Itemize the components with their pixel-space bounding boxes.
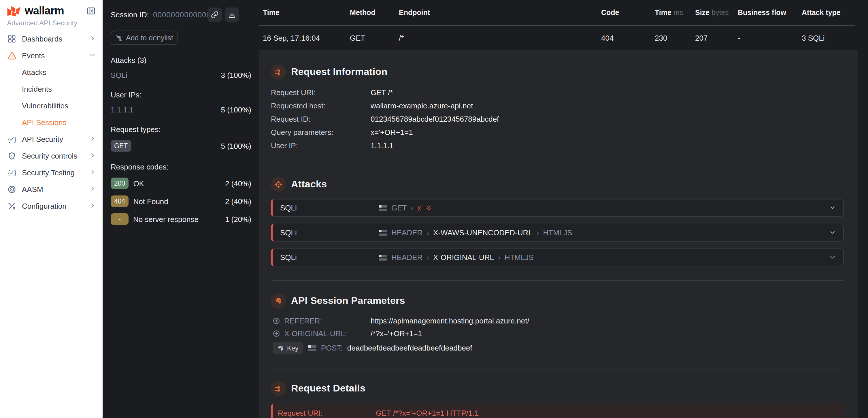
copy-link-button[interactable] [208,7,222,22]
info-row: Requested host: wallarm-example.azure-ap… [271,101,844,110]
session-parameter-row: REFERER: https://apimanagement.hosting.p… [271,317,844,325]
sidebar-item-security-controls[interactable]: Security controls [0,148,102,164]
download-button[interactable] [225,7,239,22]
api-session-parameters-section-header: API Session Parameters [271,294,844,308]
sidebar-nav: Dashboards Events Attacks Incidents Vuln… [0,31,102,214]
chevron-right-icon [89,168,96,177]
attack-row[interactable]: SQLi GET › x [271,199,844,217]
request-type-stat-row: GET 5 (100%) [111,140,251,152]
attack-row[interactable]: SQLi HEADER › X-WAWS-UNENCODED-URL › HTM… [271,224,844,242]
session-parameter-row: X-ORIGINAL-URL: /*?x='+OR+1=1 [271,329,844,338]
malicious-request-row: Request URI: GET /*?x='+OR+1=1 HTTP/1.1 [271,404,844,418]
attack-row[interactable]: SQLi HEADER › X-ORIGINAL-URL › HTMLJS [271,248,844,266]
attacks-section-header: Attacks [271,177,844,192]
section-divider [271,164,844,164]
wallarm-logo-icon [7,5,22,17]
double-chevron-down-icon [425,204,432,211]
sidebar-item-api-security[interactable]: {✓} API Security [0,131,102,148]
chevron-right-icon [89,135,96,144]
expand-chevron-icon[interactable] [829,228,836,237]
logo-subtitle: Advanced API Security [7,19,96,27]
session-key-row: Key POST: deadbeefdeadbeefdeadbeefdeadbe… [271,342,844,354]
response-codes-header: Response codes: [111,162,251,171]
sidebar: wallarm Advanced API Security Dashboards… [0,0,102,418]
collapse-sidebar-icon[interactable] [87,6,96,16]
key-badge: Key [273,342,303,354]
requests-table-header: Time Method Endpoint Code Time ms Size b… [259,0,868,25]
request-details-section-header: Request Details [271,381,844,396]
chevron-right-icon [89,202,96,210]
status-code-badge: - [111,213,128,225]
section-divider [271,368,844,368]
add-to-denylist-button[interactable]: Add to denylist [111,31,178,45]
section-divider [271,280,844,281]
info-row: Request ID: 0123456789abcdef0123456789ab… [271,115,844,123]
sidebar-item-events[interactable]: Events [0,47,102,64]
chevron-right-icon [89,152,96,160]
fingerprint-icon [277,345,284,351]
section-title: Request Information [291,66,387,78]
status-code-badge: 200 [111,178,128,189]
user-ip-stat-row: 1.1.1.1 5 (100%) [111,106,251,114]
section-title: Attacks [291,179,327,190]
response-code-row: 200 OK 2 (40%) [111,178,251,189]
attacks-count-header: Attacks (3) [111,56,251,65]
sidebar-item-aasm[interactable]: AASM [0,181,102,198]
attack-parameter[interactable]: x [417,204,421,212]
session-id-label: Session ID: [111,10,149,19]
sidebar-item-api-sessions[interactable]: API Sessions [0,114,102,131]
parameter-icon [308,345,316,351]
section-title: Request Details [291,383,365,394]
chevron-right-icon [89,35,96,43]
logo-title: wallarm [25,5,64,17]
request-types-header: Request types: [111,125,251,134]
braces-check-icon: {✓} [7,168,17,178]
session-summary-panel: Session ID: 00000000000000... Add to den… [102,0,259,418]
braces-check-icon: {✓} [7,135,17,144]
fingerprint-icon [271,294,286,308]
chevron-down-icon [89,51,96,60]
request-arrows-icon [271,381,286,396]
sidebar-item-attacks[interactable]: Attacks [0,64,102,81]
parameter-icon [379,230,387,236]
response-code-row: - No server response 1 (20%) [111,213,251,225]
request-table-row[interactable]: 16 Sep, 17:16:04 GET /* 404 230 207 - 3 … [259,26,868,50]
shield-bolt-icon [7,151,17,161]
method-badge: GET [111,140,131,152]
parameter-icon [379,255,387,260]
radar-icon [7,184,17,194]
fingerprint-slash-icon [115,34,122,41]
tools-icon [7,201,17,211]
info-row: User IP: 1.1.1.1 [271,141,844,150]
info-row: Request URI: GET /* [271,88,844,97]
section-title: API Session Parameters [291,295,405,307]
sidebar-item-vulnerabilities[interactable]: Vulnerabilities [0,97,102,114]
sidebar-item-configuration[interactable]: Configuration [0,198,102,214]
circle-plus-icon [273,330,280,337]
request-arrows-icon [271,65,286,80]
parameter-icon [379,205,387,211]
response-code-row: 404 Not Found 2 (40%) [111,196,251,207]
sidebar-item-dashboards[interactable]: Dashboards [0,31,102,47]
expand-chevron-icon[interactable] [829,204,836,212]
chevron-right-icon [89,185,96,194]
target-icon [271,177,286,192]
request-detail-panel: Request Information Request URI: GET /* … [259,50,858,418]
sidebar-item-incidents[interactable]: Incidents [0,81,102,97]
main-content: Time Method Endpoint Code Time ms Size b… [259,0,868,418]
attack-stat-row: SQLi 3 (100%) [111,71,251,80]
warning-triangle-icon [7,51,17,61]
sidebar-item-security-testing[interactable]: {✓} Security Testing [0,164,102,181]
request-information-section-header: Request Information [271,65,844,80]
user-ips-header: User IPs: [111,91,251,99]
circle-plus-icon [273,317,280,325]
status-code-badge: 404 [111,196,128,207]
expand-chevron-icon[interactable] [829,253,836,262]
wallarm-console: wallarm Advanced API Security Dashboards… [0,0,868,418]
grid-icon [7,34,17,44]
info-row: Query parameters: x='+OR+1=1 [271,128,844,137]
